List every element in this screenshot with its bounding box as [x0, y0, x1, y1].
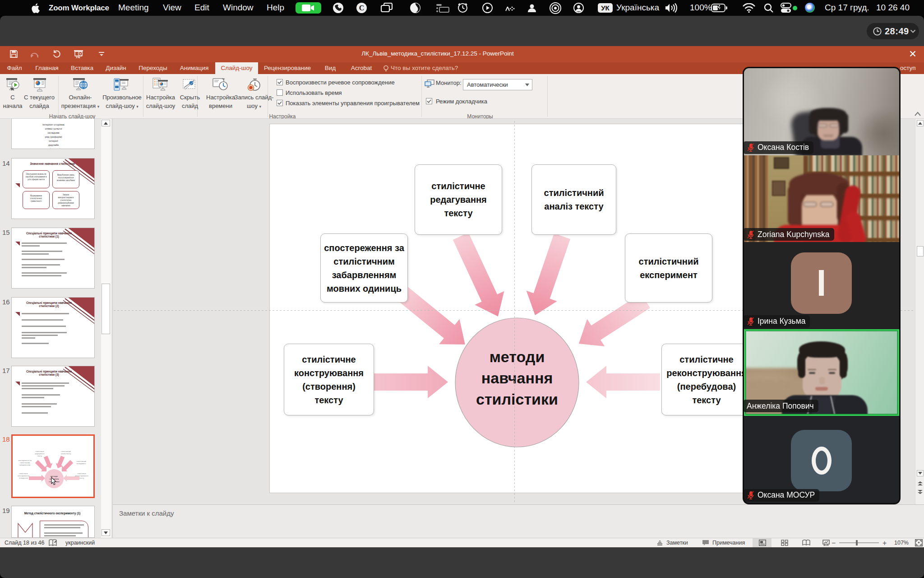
svg-text:стилістичний: стилістичний	[61, 451, 71, 452]
svg-text:стилістичним: стилістичним	[20, 462, 30, 464]
svg-text:реконструювання: реконструювання	[75, 475, 88, 477]
svg-text:експеримент: експеримент	[76, 463, 86, 465]
svg-text:забарвленням: забарвленням	[19, 464, 30, 466]
svg-text:тексту: тексту	[37, 455, 42, 457]
svg-text:стилістичне: стилістичне	[19, 473, 28, 475]
svg-text:конструювання: конструювання	[18, 475, 29, 477]
svg-text:стилістичне: стилістичне	[35, 451, 44, 452]
svg-text:методи: методи	[51, 475, 58, 477]
svg-text:(створення): (створення)	[19, 477, 28, 479]
svg-text:тексту: тексту	[79, 477, 84, 479]
svg-text:аналіз тексту: аналіз тексту	[61, 453, 71, 455]
svg-text:стилістичне: стилістичне	[77, 473, 86, 475]
svg-text:стилістичний: стилістичний	[76, 461, 86, 462]
svg-text:редагування: редагування	[35, 453, 45, 455]
svg-text:спостереження за: спостереження за	[18, 460, 32, 461]
svg-text:C: C	[359, 4, 365, 12]
